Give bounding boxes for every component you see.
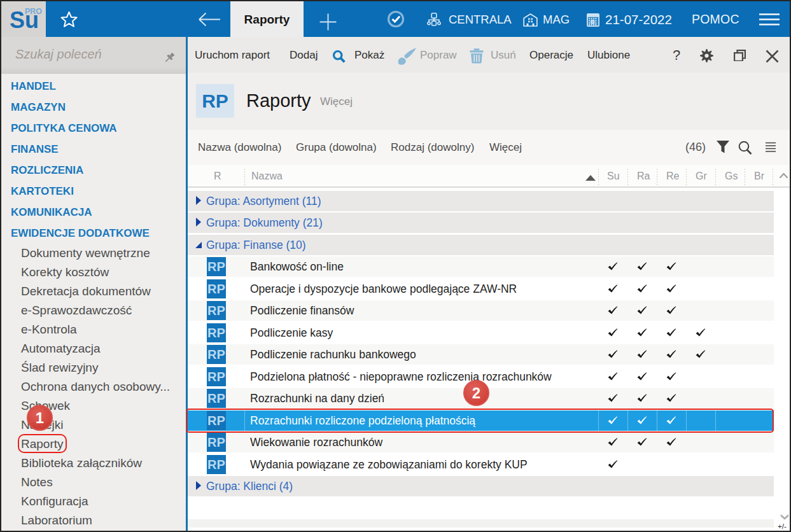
svg-text:PRO: PRO — [25, 7, 42, 16]
